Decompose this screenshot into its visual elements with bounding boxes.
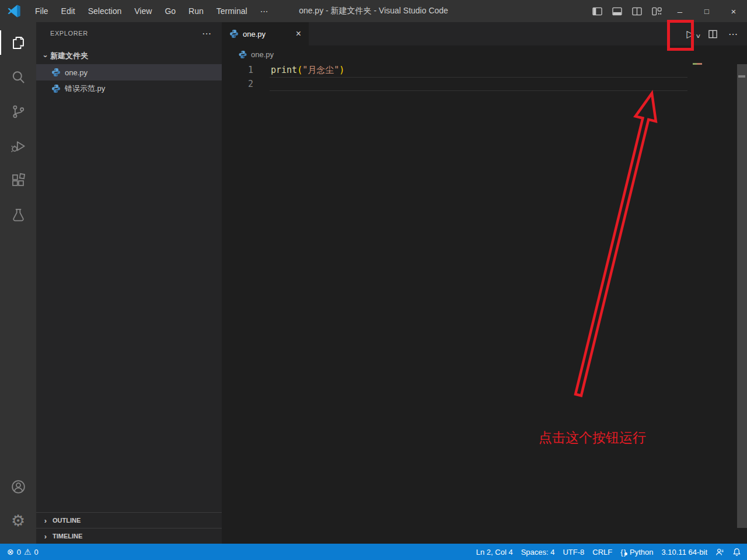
maximize-button[interactable]: □ (693, 0, 720, 22)
toggle-sidebar-icon[interactable] (588, 3, 606, 19)
activity-bar: ⚙ (0, 22, 36, 544)
problems-indicator[interactable]: ⊗ 0 ⚠ 0 (7, 548, 43, 556)
python-file-icon (51, 68, 61, 77)
feedback-person-icon[interactable] (711, 548, 728, 556)
code-line-1: 1 print("月念尘") (222, 63, 747, 77)
cursor-position[interactable]: Ln 2, Col 4 (472, 548, 517, 556)
braces-icon: {} (620, 548, 627, 556)
editor-more-actions-icon[interactable]: ⋯ (723, 29, 739, 40)
python-file-icon (238, 50, 247, 59)
menu-go[interactable]: Go (158, 0, 182, 22)
breadcrumb-file: one.py (251, 50, 274, 59)
encoding[interactable]: UTF-8 (558, 548, 588, 556)
tab-label: one.py (243, 30, 266, 38)
token-string: "月念尘" (302, 65, 339, 75)
folder-row[interactable]: › 新建文件夹 (36, 48, 222, 64)
indentation[interactable]: Spaces: 4 (517, 548, 559, 556)
file-name: one.py (65, 68, 88, 77)
folder-name: 新建文件夹 (50, 51, 88, 61)
timeline-label: TIMELINE (53, 533, 82, 540)
chevron-right-icon: › (41, 532, 50, 541)
vscode-window: File Edit Selection View Go Run Terminal… (0, 0, 747, 560)
customize-layout-icon[interactable] (648, 3, 665, 19)
search-icon[interactable] (0, 62, 36, 92)
tab-close-icon[interactable]: × (294, 29, 303, 39)
status-bar: ⊗ 0 ⚠ 0 Ln 2, Col 4 Spaces: 4 UTF-8 CRLF… (0, 544, 747, 560)
run-dropdown-icon[interactable]: ∨ (693, 29, 704, 39)
settings-gear-icon[interactable]: ⚙ (0, 506, 36, 536)
python-file-icon (229, 29, 239, 38)
outline-section-header[interactable]: › OUTLINE (36, 512, 222, 528)
split-editor-icon[interactable] (703, 29, 723, 39)
code-editor[interactable]: 1 print("月念尘") 2 (222, 63, 747, 544)
menu-run[interactable]: Run (182, 0, 210, 22)
code-line-2: 2 (222, 77, 747, 91)
toggle-secondary-sidebar-icon[interactable] (628, 3, 645, 19)
run-debug-icon[interactable] (0, 131, 36, 160)
python-file-icon (51, 84, 61, 93)
warning-count: 0 (34, 548, 39, 556)
tab-one-py[interactable]: one.py × (222, 22, 309, 46)
notifications-bell-icon[interactable] (728, 548, 741, 556)
chevron-right-icon: › (41, 516, 50, 525)
menu-selection[interactable]: Selection (82, 0, 128, 22)
file-name: 错误示范.py (65, 83, 105, 94)
menu-view[interactable]: View (128, 0, 158, 22)
tab-bar: one.py × ▷ ∨ ⋯ (222, 22, 747, 46)
window-title: one.py - 新建文件夹 - Visual Studio Code (299, 6, 448, 16)
chevron-down-icon: › (41, 51, 50, 61)
menu-terminal[interactable]: Terminal (210, 0, 254, 22)
line-number: 2 (222, 77, 253, 91)
testing-icon[interactable] (0, 200, 36, 229)
file-row-one-py[interactable]: one.py (36, 64, 222, 80)
token-print: print (271, 65, 297, 75)
close-window-button[interactable]: × (720, 0, 747, 22)
error-count: 0 (17, 548, 21, 556)
title-bar: File Edit Selection View Go Run Terminal… (0, 0, 747, 22)
editor-actions: ▷ ∨ ⋯ (682, 22, 747, 46)
menu-file[interactable]: File (29, 0, 55, 22)
warning-icon: ⚠ (24, 548, 32, 556)
eol-sequence[interactable]: CRLF (588, 548, 616, 556)
line-number: 1 (222, 63, 253, 77)
explorer-sidebar: EXPLORER ⋯ › 新建文件夹 one.py (36, 22, 222, 544)
timeline-section-header[interactable]: › TIMELINE (36, 528, 222, 544)
overview-ruler-cursor (738, 75, 745, 78)
editor-group: one.py × ▷ ∨ ⋯ one.py (222, 22, 747, 544)
menu-edit[interactable]: Edit (55, 0, 82, 22)
file-tree: › 新建文件夹 one.py 错误示范.py (36, 48, 222, 97)
vscode-logo-icon (8, 5, 20, 18)
python-interpreter[interactable]: 3.10.11 64-bit (657, 548, 711, 556)
outline-label: OUTLINE (53, 517, 81, 524)
token-close-paren: ) (339, 65, 344, 75)
extensions-icon[interactable] (0, 166, 36, 195)
explorer-icon[interactable] (0, 28, 36, 57)
accounts-icon[interactable] (0, 472, 36, 501)
editor-scrollbar[interactable] (737, 64, 747, 528)
toggle-panel-icon[interactable] (608, 3, 626, 19)
minimap[interactable] (693, 63, 702, 65)
menu-more[interactable]: ⋯ (254, 0, 275, 22)
breadcrumb[interactable]: one.py (222, 46, 747, 63)
token-open-paren: ( (297, 65, 302, 75)
error-icon: ⊗ (7, 548, 14, 556)
file-row-error-demo-py[interactable]: 错误示范.py (36, 80, 222, 97)
explorer-more-actions-icon[interactable]: ⋯ (200, 28, 214, 39)
minimize-button[interactable]: – (666, 0, 693, 22)
source-control-icon[interactable] (0, 97, 36, 126)
explorer-title: EXPLORER (50, 30, 88, 37)
language-mode[interactable]: {} Python (616, 548, 657, 556)
